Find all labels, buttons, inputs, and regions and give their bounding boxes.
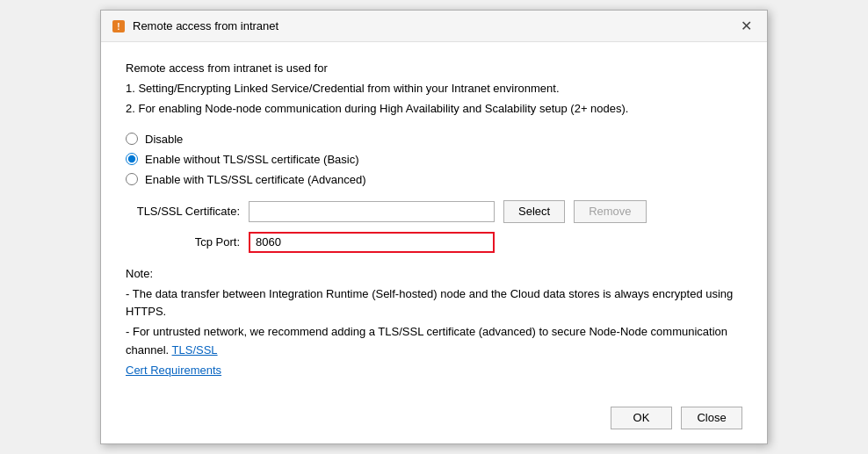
select-button[interactable]: Select: [503, 200, 565, 223]
radio-group: Disable Enable without TLS/SSL certifica…: [126, 133, 742, 186]
cert-requirements-link[interactable]: Cert Requirements: [126, 364, 221, 377]
radio-enable-advanced-input[interactable]: [126, 173, 138, 185]
cert-input[interactable]: [249, 201, 495, 222]
note-line1: - The data transfer between Integration …: [126, 285, 742, 322]
description-intro: Remote access from intranet is used for: [126, 60, 742, 78]
ok-button[interactable]: OK: [611, 407, 672, 429]
description-point2: 2. For enabling Node-node communication …: [126, 100, 742, 119]
port-row: Tcp Port:: [126, 232, 742, 253]
svg-text:!: !: [117, 22, 119, 32]
radio-enable-basic-input[interactable]: [126, 153, 138, 165]
note-section: Note: - The data transfer between Integr…: [126, 265, 742, 380]
description-point1: 1. Setting/Encrypting Linked Service/Cre…: [126, 80, 742, 98]
dialog-body: Remote access from intranet is used for …: [101, 42, 767, 395]
radio-enable-basic[interactable]: Enable without TLS/SSL certificate (Basi…: [126, 153, 742, 166]
port-input[interactable]: [249, 232, 495, 253]
note-line3: Cert Requirements: [126, 362, 742, 380]
radio-disable-input[interactable]: [126, 133, 138, 145]
note-line2: - For untrusted network, we recommend ad…: [126, 323, 742, 360]
description-section: Remote access from intranet is used for …: [126, 60, 742, 118]
cert-label: TLS/SSL Certificate:: [126, 205, 240, 218]
radio-enable-advanced-label: Enable with TLS/SSL certificate (Advance…: [145, 173, 365, 186]
radio-enable-basic-label: Enable without TLS/SSL certificate (Basi…: [145, 153, 359, 166]
dialog-container: ! Remote access from intranet ✕ Remote a…: [100, 10, 768, 443]
radio-disable[interactable]: Disable: [126, 133, 742, 146]
radio-disable-label: Disable: [145, 133, 183, 146]
remove-button[interactable]: Remove: [574, 200, 646, 223]
note-title: Note:: [126, 265, 742, 284]
cert-row: TLS/SSL Certificate: Select Remove: [126, 200, 742, 223]
dialog-title: Remote access from intranet: [133, 19, 278, 32]
title-bar: ! Remote access from intranet ✕: [101, 11, 767, 42]
close-button[interactable]: Close: [681, 407, 742, 429]
port-label: Tcp Port:: [126, 235, 240, 249]
dialog-close-button[interactable]: ✕: [735, 16, 756, 37]
tls-ssl-link[interactable]: TLS/SSL: [172, 343, 218, 357]
dialog-footer: OK Close: [101, 396, 767, 443]
radio-enable-advanced[interactable]: Enable with TLS/SSL certificate (Advance…: [126, 173, 742, 186]
title-bar-left: ! Remote access from intranet: [112, 19, 278, 33]
dialog-icon: !: [112, 19, 126, 33]
